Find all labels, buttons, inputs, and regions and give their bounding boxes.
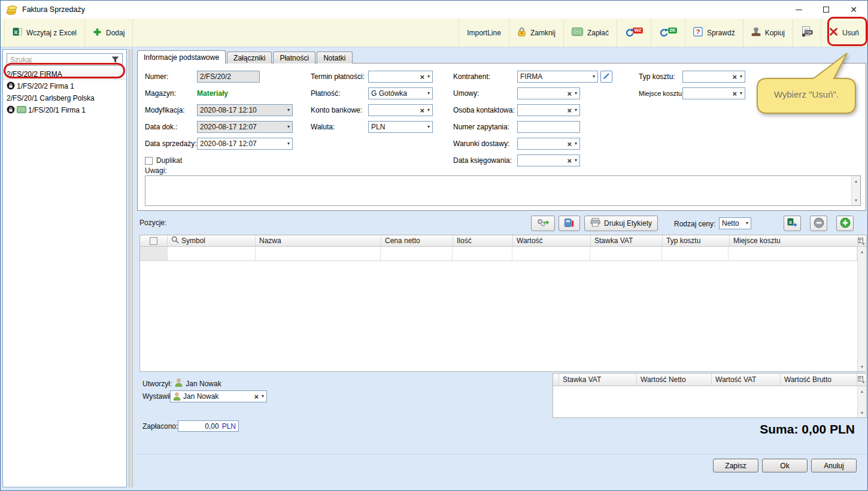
dropdown-arrow-icon[interactable]: ▾ [427, 125, 430, 129]
col-vat-stawka[interactable]: Stawka VAT [559, 374, 637, 386]
load-excel-button[interactable]: X Wczytaj z Excel [4, 19, 85, 47]
dropdown-arrow-icon[interactable]: ▾ [575, 158, 577, 163]
numer-zapytania-field[interactable] [517, 121, 580, 133]
column-chooser-icon[interactable] [857, 375, 866, 384]
dropdown-arrow-icon[interactable]: ▾ [593, 74, 595, 79]
column-chooser-icon[interactable] [857, 237, 866, 246]
close-button[interactable]: ✕ [840, 1, 867, 19]
typ-kosztu-select[interactable]: × ▾ [682, 71, 745, 83]
close-doc-button[interactable]: Zamknij [509, 19, 564, 47]
data-ksiegowania-select[interactable]: × ▾ [517, 154, 580, 166]
duplikat-checkbox[interactable] [145, 157, 153, 165]
col-stawka-vat[interactable]: Stawka VAT [591, 235, 663, 246]
platnosc-select[interactable]: G Gotówka ▾ [368, 87, 433, 99]
filter-cell-miejsce-kosztu[interactable] [729, 247, 857, 260]
col-symbol[interactable]: Symbol [168, 235, 256, 246]
paid-input[interactable]: 0,00 PLN [178, 420, 239, 432]
filter-cell-typ-kosztu[interactable] [662, 247, 729, 260]
col-ilosc[interactable]: Ilość [453, 235, 513, 246]
dropdown-arrow-icon[interactable]: ▾ [287, 108, 290, 113]
scroll-up-icon[interactable]: ▲ [858, 387, 866, 395]
pay-button[interactable]: Zapłać [564, 19, 617, 47]
maximize-button[interactable] [812, 1, 840, 19]
filter-cell-ilosc[interactable] [453, 247, 512, 260]
uwagi-scrollbar[interactable]: ▲ ▼ [851, 176, 860, 205]
clear-icon[interactable]: × [732, 90, 737, 98]
clear-icon[interactable]: × [567, 107, 572, 114]
dropdown-arrow-icon[interactable]: ▾ [575, 141, 577, 146]
col-vat-netto[interactable]: Wartość Netto [637, 374, 712, 386]
col-miejsce-kosztu[interactable]: Miejsce kosztu [730, 235, 858, 246]
sync-zk-button[interactable]: ZK [651, 19, 685, 47]
osoba-kontaktowa-select[interactable]: × ▾ [517, 104, 580, 116]
remove-row-button[interactable] [810, 216, 827, 231]
copy-button[interactable]: Kopiuj [743, 19, 793, 47]
dropdown-arrow-icon[interactable]: ▾ [287, 141, 290, 146]
dropdown-arrow-icon[interactable]: ▾ [427, 108, 430, 113]
data-sprzedazy-select[interactable]: 2020-08-17 12:07 ▾ [197, 138, 293, 150]
filter-cell-cena-netto[interactable] [381, 247, 453, 260]
select-all-checkbox[interactable] [150, 237, 157, 245]
col-vat-vat[interactable]: Wartość VAT [712, 374, 781, 386]
dropdown-arrow-icon[interactable]: ▾ [740, 74, 742, 79]
scroll-up-icon[interactable]: ▲ [858, 247, 866, 256]
dropdown-arrow-icon[interactable]: ▾ [427, 74, 430, 79]
excel-import-rows-button[interactable]: X [784, 216, 801, 231]
invoice-list-item[interactable]: 1/FS/20/1 Firma 1 [3, 104, 126, 116]
clear-icon[interactable]: × [254, 393, 259, 401]
scroll-down-icon[interactable]: ▼ [858, 408, 866, 417]
add-row-button[interactable] [836, 216, 854, 231]
invoice-list-item[interactable]: 2/FS/20/1 Carlsberg Polska [3, 92, 126, 104]
kontrahent-edit-button[interactable] [600, 71, 612, 83]
dropdown-arrow-icon[interactable]: ▾ [746, 221, 748, 226]
ok-button[interactable]: Ok [762, 459, 808, 472]
col-nazwa[interactable]: Nazwa [256, 235, 381, 246]
save-button[interactable]: Zapisz [713, 459, 758, 472]
dropdown-arrow-icon[interactable]: ▾ [427, 91, 430, 96]
print-alert-button[interactable] [559, 216, 580, 231]
col-vat-brutto[interactable]: Wartość Brutto [781, 374, 857, 386]
vat-table-scrollbar[interactable]: ▲ ▼ [857, 386, 866, 417]
filter-cell-stawka-vat[interactable] [590, 247, 662, 260]
clear-icon[interactable]: × [420, 107, 424, 114]
filter-cell-nazwa[interactable] [256, 247, 381, 260]
col-cena-netto[interactable]: Cena netto [381, 235, 453, 246]
search-input[interactable] [7, 56, 111, 64]
scroll-up-icon[interactable]: ▲ [852, 177, 860, 186]
clear-icon[interactable]: × [420, 73, 424, 81]
clear-icon[interactable]: × [567, 157, 572, 165]
issued-by-select[interactable]: Jan Nowak × ▾ [170, 390, 267, 402]
clear-icon[interactable]: × [567, 90, 572, 98]
sidebar-splitter[interactable] [129, 49, 133, 487]
clear-icon[interactable]: × [732, 73, 737, 81]
scroll-down-icon[interactable]: ▼ [858, 362, 866, 371]
termin-platnosci-select[interactable]: × ▾ [368, 71, 433, 83]
check-button[interactable]: ? Sprawdź [685, 19, 743, 47]
dropdown-arrow-icon[interactable]: ▾ [740, 91, 742, 96]
clear-icon[interactable]: × [567, 140, 572, 148]
price-type-select[interactable]: Netto ▾ [719, 217, 751, 229]
uwagi-textarea[interactable]: ▲ ▼ [145, 175, 861, 206]
invoice-list-item[interactable]: 1/FS/20/2 Firma 1 [3, 80, 126, 92]
delete-button[interactable]: Usuń [821, 19, 867, 47]
invoice-list-item-selected[interactable]: 2/FS/20/2 FIRMA [3, 68, 126, 80]
umowy-select[interactable]: × ▾ [517, 87, 580, 99]
fsk-button[interactable]: FSK ! [793, 19, 821, 47]
data-dok-select[interactable]: 2020-08-17 12:07 ▾ [197, 121, 293, 133]
modyfikacja-select[interactable]: 2020-08-17 12:10 ▾ [197, 104, 293, 116]
minimize-button[interactable] [785, 1, 812, 19]
konto-bankowe-select[interactable]: × ▾ [368, 104, 433, 116]
dropdown-arrow-icon[interactable]: ▾ [575, 91, 577, 96]
dropdown-arrow-icon[interactable]: ▾ [287, 125, 290, 129]
dropdown-arrow-icon[interactable]: ▾ [262, 394, 264, 399]
warunki-dostawy-select[interactable]: × ▾ [517, 138, 580, 150]
tab-informacje-podstawowe[interactable]: Informacje podstawowe [137, 50, 226, 63]
miejsce-kosztu-select[interactable]: × ▾ [682, 87, 745, 99]
tab-notatki[interactable]: Notatki [317, 51, 352, 63]
filter-cell-symbol[interactable] [168, 247, 256, 260]
waluta-select[interactable]: PLN ▾ [368, 121, 433, 133]
link-export-button[interactable] [531, 216, 555, 231]
add-button[interactable]: Dodaj [85, 19, 133, 47]
tab-zalaczniki[interactable]: Załączniki [227, 51, 272, 63]
filter-funnel-icon[interactable] [111, 56, 119, 63]
